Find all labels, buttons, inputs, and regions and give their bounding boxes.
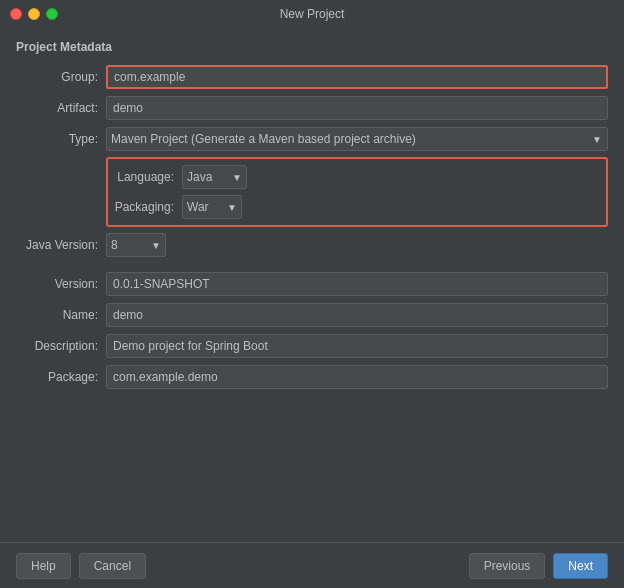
language-select[interactable]: Java Kotlin Groovy	[182, 165, 247, 189]
cancel-button[interactable]: Cancel	[79, 553, 146, 579]
packaging-label: Packaging:	[114, 200, 182, 214]
version-input[interactable]	[106, 272, 608, 296]
artifact-row: Artifact:	[16, 95, 608, 121]
artifact-label: Artifact:	[16, 101, 106, 115]
description-input[interactable]	[106, 334, 608, 358]
name-label: Name:	[16, 308, 106, 322]
description-row: Description:	[16, 333, 608, 359]
package-input[interactable]	[106, 365, 608, 389]
previous-button[interactable]: Previous	[469, 553, 546, 579]
type-select[interactable]: Maven Project (Generate a Maven based pr…	[106, 127, 608, 151]
packaging-select[interactable]: Jar War	[182, 195, 242, 219]
name-input[interactable]	[106, 303, 608, 327]
version-row: Version:	[16, 271, 608, 297]
footer-right-buttons: Previous Next	[469, 553, 608, 579]
form-area: Group: Artifact: Type: Maven Project (Ge…	[16, 64, 608, 542]
maximize-button[interactable]	[46, 8, 58, 20]
language-row: Language: Java Kotlin Groovy ▼	[114, 164, 600, 190]
group-input[interactable]	[106, 65, 608, 89]
traffic-lights	[10, 8, 58, 20]
footer-left-buttons: Help Cancel	[16, 553, 146, 579]
package-row: Package:	[16, 364, 608, 390]
packaging-row: Packaging: Jar War ▼	[114, 194, 600, 220]
close-button[interactable]	[10, 8, 22, 20]
version-label: Version:	[16, 277, 106, 291]
package-label: Package:	[16, 370, 106, 384]
next-button[interactable]: Next	[553, 553, 608, 579]
type-label: Type:	[16, 132, 106, 146]
title-bar: New Project	[0, 0, 624, 28]
section-title: Project Metadata	[16, 40, 608, 54]
java-version-row: Java Version: 8 11 17 ▼	[16, 232, 608, 258]
dialog-body: Project Metadata Group: Artifact: Type: …	[0, 28, 624, 542]
group-row: Group:	[16, 64, 608, 90]
name-row: Name:	[16, 302, 608, 328]
language-label: Language:	[114, 170, 182, 184]
type-row: Type: Maven Project (Generate a Maven ba…	[16, 126, 608, 152]
footer: Help Cancel Previous Next	[0, 542, 624, 588]
group-label: Group:	[16, 70, 106, 84]
window-title: New Project	[280, 7, 345, 21]
java-version-label: Java Version:	[16, 238, 106, 252]
artifact-input[interactable]	[106, 96, 608, 120]
java-version-select[interactable]: 8 11 17	[106, 233, 166, 257]
description-label: Description:	[16, 339, 106, 353]
minimize-button[interactable]	[28, 8, 40, 20]
help-button[interactable]: Help	[16, 553, 71, 579]
